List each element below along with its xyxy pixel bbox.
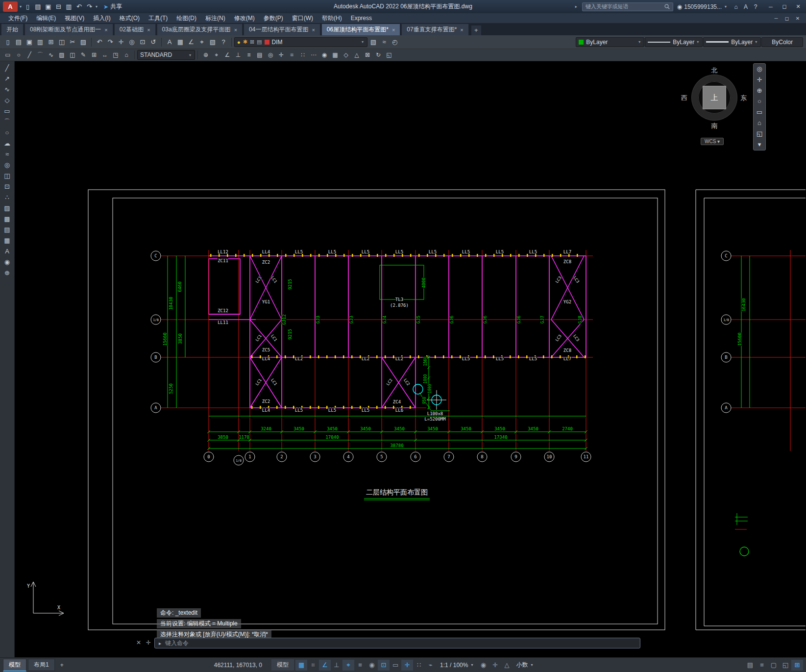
layer-lock-icon[interactable]: ⊠ xyxy=(250,39,254,45)
sheet-set-icon[interactable]: ▦ xyxy=(330,51,341,58)
steering-icon[interactable]: ◱ xyxy=(757,130,762,137)
dynamic-input-icon[interactable]: ▭ xyxy=(390,660,401,671)
plot-icon[interactable]: ▥ xyxy=(35,38,46,46)
close-command-icon[interactable]: ✕ xyxy=(136,639,141,646)
table-icon[interactable]: ▦ xyxy=(2,236,13,245)
spline-icon[interactable]: ≈ xyxy=(2,149,13,159)
document-tab[interactable]: 开始 xyxy=(1,24,24,35)
ortho-icon[interactable]: ⊥ xyxy=(331,660,342,671)
quick-access-caret-icon[interactable]: ▾ xyxy=(96,4,98,9)
snap-icon[interactable]: ⌗ xyxy=(307,660,319,671)
arc-icon[interactable]: ⌒ xyxy=(35,51,46,59)
linetype-combo[interactable]: ByLayer ▾ xyxy=(645,37,703,47)
customize-icon[interactable]: ≡ xyxy=(756,660,768,671)
undo-icon[interactable]: ↶ xyxy=(94,38,105,46)
hatch-icon[interactable]: ▨ xyxy=(56,51,67,58)
tab-close-icon[interactable]: × xyxy=(460,27,463,33)
circle-icon[interactable]: ○ xyxy=(13,51,24,58)
document-tab[interactable]: 08刚架断面及节点通用图一× xyxy=(24,24,113,35)
menu-item[interactable]: 帮助(H) xyxy=(318,13,346,23)
home-view-icon[interactable]: ⌂ xyxy=(757,120,761,126)
polar-tracking-icon[interactable]: ∠ xyxy=(319,660,331,671)
more-icon[interactable]: ⋯ xyxy=(308,51,319,58)
snap-grid-icon[interactable]: ∷ xyxy=(413,660,425,671)
autocad-logo-icon[interactable]: A xyxy=(3,1,18,12)
ray-icon[interactable]: ↗ xyxy=(2,74,13,83)
mirror-icon[interactable]: △ xyxy=(351,51,362,58)
layer-on-icon[interactable]: ● xyxy=(237,39,241,45)
new-layout-button[interactable]: + xyxy=(56,660,68,670)
qsave-icon[interactable]: ▣ xyxy=(24,38,35,46)
customize-command-icon[interactable]: ✛ xyxy=(146,639,151,646)
region-icon[interactable]: ▤ xyxy=(2,225,13,234)
publish-icon[interactable]: ⊞ xyxy=(46,38,56,46)
arc-icon[interactable]: ⌒ xyxy=(2,117,13,126)
scale-icon[interactable]: ◳ xyxy=(110,51,121,58)
units-caret-icon[interactable]: ▾ xyxy=(531,663,533,667)
menu-item[interactable]: 文件(F) xyxy=(4,13,32,23)
search-input[interactable]: 键入关键字或短语 xyxy=(582,2,673,11)
zoom-icon[interactable]: ⊕ xyxy=(757,87,762,94)
menu-item[interactable]: 视图(V) xyxy=(60,13,89,23)
trim-icon[interactable]: ◱ xyxy=(384,51,394,58)
qnew-icon[interactable]: ▯ xyxy=(2,38,13,46)
rotate-icon[interactable]: ↻ xyxy=(373,51,384,58)
mtext-icon[interactable]: A xyxy=(2,247,13,256)
plot-icon[interactable]: ▥ xyxy=(64,3,74,10)
linetype-combo-caret-icon[interactable]: ▾ xyxy=(697,40,699,44)
command-input[interactable]: ▸ 键入命令 xyxy=(154,638,640,648)
menu-item[interactable]: 工具(T) xyxy=(144,13,172,23)
block-icon[interactable]: ◫ xyxy=(67,51,78,58)
menu-item[interactable]: 修改(M) xyxy=(230,13,259,23)
clean-screen-icon[interactable]: ▢ xyxy=(768,660,780,671)
tab-close-icon[interactable]: × xyxy=(392,27,395,33)
polyline-icon[interactable]: ∿ xyxy=(2,85,13,94)
qsave-icon[interactable]: ▣ xyxy=(43,3,53,10)
gradient-icon[interactable]: ▩ xyxy=(2,214,13,224)
orbit-icon[interactable]: ◎ xyxy=(265,51,276,58)
lineweight-combo[interactable]: ByLayer ▾ xyxy=(703,37,761,47)
document-tab[interactable]: 03a底层圈梁及支撑平面图× xyxy=(157,24,243,35)
tab-close-icon[interactable]: × xyxy=(234,27,237,33)
layer-properties-icon[interactable]: ▧ xyxy=(368,38,379,46)
store-icon[interactable]: ⌂ xyxy=(732,3,740,10)
menu-item[interactable]: 参数(P) xyxy=(259,13,288,23)
copy-icon[interactable]: ◫ xyxy=(56,38,67,46)
hatch-icon[interactable]: ▧ xyxy=(207,38,218,46)
tab-close-icon[interactable]: × xyxy=(312,27,315,33)
zoom-window-icon[interactable]: ⊡ xyxy=(137,38,148,46)
model-space-toggle[interactable]: 模型 xyxy=(271,659,294,671)
spline-icon[interactable]: ∿ xyxy=(46,51,56,58)
pan-icon[interactable]: ✛ xyxy=(276,51,287,58)
layer-plot-icon[interactable]: ▤ xyxy=(257,39,262,45)
close-icon[interactable]: ✕ xyxy=(791,3,805,10)
layer-freeze-icon[interactable]: ✱ xyxy=(243,39,247,45)
lineweight-display-icon[interactable]: ≡ xyxy=(354,660,366,671)
line-icon[interactable]: ╱ xyxy=(2,63,13,73)
edit-icon[interactable]: ✎ xyxy=(78,51,89,58)
text-style-combo[interactable]: STANDARD ▾ xyxy=(137,50,195,60)
style-combo-caret-icon[interactable]: ▾ xyxy=(189,53,191,57)
pan-icon[interactable]: ✛ xyxy=(116,38,126,46)
navigation-wheel-icon[interactable]: ◎ xyxy=(757,66,762,73)
scale-caret-icon[interactable]: ▾ xyxy=(471,663,473,667)
layer-list-icon[interactable]: ≡ xyxy=(244,51,254,58)
object-snap-icon[interactable]: ⊕ xyxy=(200,51,211,58)
minimize-icon[interactable]: ─ xyxy=(764,4,778,10)
new-drawing-tab-button[interactable]: + xyxy=(471,25,481,35)
logo-caret-icon[interactable]: ▾ xyxy=(20,4,22,9)
render-icon[interactable]: ◉ xyxy=(319,51,330,58)
erase-icon[interactable]: ⊠ xyxy=(362,51,373,58)
viewcube-east-label[interactable]: 东 xyxy=(740,94,747,102)
rectangle-icon[interactable]: ▭ xyxy=(2,51,13,58)
viewcube-north-label[interactable]: 北 xyxy=(680,66,749,75)
revcloud-icon[interactable]: ☁ xyxy=(2,139,13,148)
help-icon[interactable]: ? xyxy=(751,3,760,10)
open-icon[interactable]: ▤ xyxy=(13,38,24,46)
object-color-combo[interactable]: ByLayer ▾ xyxy=(576,37,644,47)
navbar-expand-icon[interactable]: ▾ xyxy=(758,141,761,148)
menu-item[interactable]: 格式(O) xyxy=(115,13,144,23)
object-snap-icon[interactable]: ⌖ xyxy=(342,660,354,671)
circle-icon[interactable]: ○ xyxy=(2,128,13,137)
menu-item[interactable]: 插入(I) xyxy=(89,13,115,23)
